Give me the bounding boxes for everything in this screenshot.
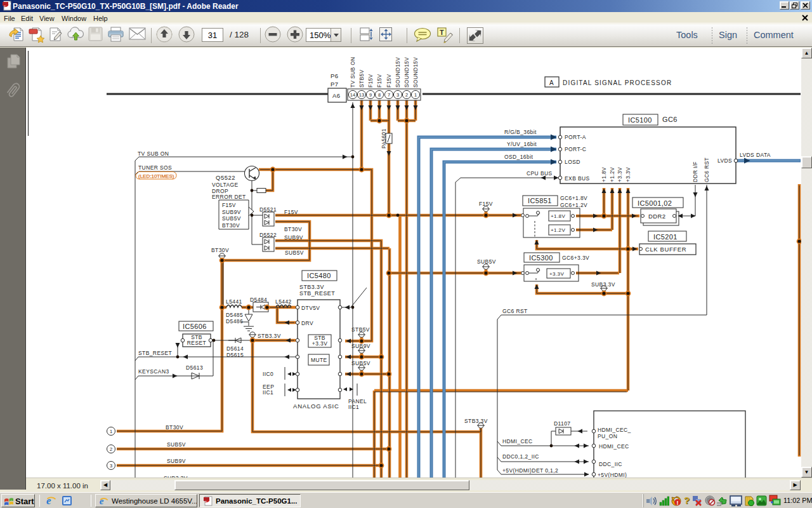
svg-text:IC5201: IC5201: [653, 233, 678, 241]
svg-text:SOUND15V: SOUND15V: [403, 57, 410, 88]
svg-text:+1.8V: +1.8V: [551, 213, 565, 219]
svg-text:HDMI_CEC: HDMI_CEC: [502, 438, 533, 444]
svg-text:DTV5V: DTV5V: [301, 305, 320, 311]
svg-text:9: 9: [369, 92, 372, 98]
svg-text:P6: P6: [331, 72, 338, 79]
svg-text:DDR2: DDR2: [648, 213, 665, 220]
svg-text:PA5601: PA5601: [381, 129, 387, 149]
svg-text:SUB9V: SUB9V: [284, 234, 303, 241]
svg-text:1: 1: [110, 429, 112, 434]
svg-text:T: T: [440, 29, 444, 36]
svg-text:+3.3V: +3.3V: [549, 271, 564, 277]
svg-text:D5484: D5484: [250, 297, 267, 303]
svg-text:GC6: GC6: [662, 116, 678, 123]
svg-text:BT30V: BT30V: [211, 247, 229, 253]
svg-text:Y/UV_16bit: Y/UV_16bit: [507, 141, 537, 147]
svg-text:2: 2: [110, 446, 112, 452]
svg-text:HDMI_CEC: HDMI_CEC: [599, 443, 629, 450]
svg-text:F15V: F15V: [222, 202, 236, 208]
svg-text:GC6 RST: GC6 RST: [502, 308, 528, 314]
svg-text:D1107: D1107: [554, 420, 570, 427]
svg-text:SUB5V: SUB5V: [222, 215, 241, 222]
svg-text:DDC_IIC: DDC_IIC: [599, 461, 622, 467]
svg-text:ANALOG ASIC: ANALOG ASIC: [293, 403, 339, 410]
svg-text:STB3.3V: STB3.3V: [299, 284, 324, 290]
svg-text:SUB9V: SUB9V: [167, 458, 186, 464]
svg-text:KEYSCAN3: KEYSCAN3: [138, 368, 169, 375]
svg-text:+5V(HDMI)DET 0,1,2: +5V(HDMI)DET 0,1,2: [502, 467, 558, 474]
svg-text:IC5100: IC5100: [628, 116, 652, 124]
svg-text:SUB5V: SUB5V: [167, 441, 186, 448]
svg-text:1: 1: [414, 92, 417, 98]
svg-text:STB_RESET: STB_RESET: [138, 350, 172, 356]
svg-text:GC6+1.2V: GC6+1.2V: [560, 202, 587, 208]
svg-text:DRV: DRV: [301, 320, 313, 326]
svg-text:!: !: [676, 500, 678, 506]
svg-text:3: 3: [110, 463, 112, 469]
svg-text:TV SUB ON: TV SUB ON: [350, 57, 356, 88]
svg-text:GC6+3.3V: GC6+3.3V: [562, 255, 589, 261]
svg-text:IIC0: IIC0: [263, 371, 273, 377]
svg-text:A: A: [549, 79, 554, 86]
svg-text:3: 3: [396, 92, 399, 98]
svg-text:LOSD: LOSD: [565, 159, 580, 165]
svg-text:DDC0,1,2_IIC: DDC0,1,2_IIC: [502, 453, 539, 460]
svg-text:ERROR DET: ERROR DET: [212, 194, 246, 200]
svg-text:+3.3V: +3.3V: [617, 167, 623, 182]
svg-text:DDR I/F: DDR I/F: [692, 161, 698, 182]
svg-text:VOLTAGE: VOLTAGE: [212, 182, 239, 188]
svg-text:IC5001,02: IC5001,02: [638, 199, 672, 207]
svg-text:IIC1: IIC1: [348, 404, 359, 410]
svg-text:A6: A6: [332, 92, 340, 99]
svg-text:D5615: D5615: [226, 352, 244, 358]
svg-text:PORT-A: PORT-A: [565, 134, 586, 140]
svg-text:BT30V: BT30V: [284, 226, 302, 232]
svg-text:Q5522: Q5522: [216, 174, 235, 181]
svg-text:D5522: D5522: [259, 232, 277, 238]
svg-text:GC6+1.8V: GC6+1.8V: [560, 195, 587, 201]
svg-text:F15V: F15V: [367, 74, 374, 88]
svg-text:HDMI_CEC_: HDMI_CEC_: [598, 427, 631, 433]
svg-text:OSD_16bit: OSD_16bit: [504, 154, 533, 160]
svg-text:2: 2: [405, 92, 408, 98]
svg-text:TV SUB ON: TV SUB ON: [138, 150, 169, 157]
svg-text:8: 8: [378, 92, 381, 98]
svg-text:STB_RESET: STB_RESET: [299, 290, 335, 297]
svg-text:7: 7: [388, 92, 390, 98]
svg-text:D5613: D5613: [186, 364, 203, 371]
svg-text:GC6 RST: GC6 RST: [704, 157, 710, 182]
svg-text:IC5480: IC5480: [307, 272, 331, 279]
svg-text:D5485: D5485: [226, 312, 243, 318]
svg-text:LVDS: LVDS: [717, 157, 732, 164]
svg-text:IIC1: IIC1: [263, 389, 273, 396]
svg-text:L5441: L5441: [226, 298, 242, 305]
svg-text:+3.3V: +3.3V: [625, 167, 631, 182]
svg-text:(LED:10TIMES): (LED:10TIMES): [138, 173, 174, 179]
svg-text:SUB5V: SUB5V: [477, 258, 496, 265]
svg-text:F15V: F15V: [376, 74, 383, 88]
svg-text:STB3.3V: STB3.3V: [464, 418, 488, 424]
svg-text:SOUND15V: SOUND15V: [395, 57, 401, 88]
svg-text:14: 14: [350, 92, 355, 98]
svg-text:IC5300: IC5300: [529, 254, 553, 262]
svg-text:IC5851: IC5851: [528, 197, 552, 204]
svg-text:STB5V: STB5V: [351, 326, 370, 333]
svg-text:e: e: [46, 495, 51, 507]
svg-text:PORT-C: PORT-C: [565, 146, 586, 152]
svg-text:MUTE: MUTE: [311, 357, 327, 363]
svg-text:SUB9V: SUB9V: [222, 209, 241, 215]
svg-text:CPU BUS: CPU BUS: [527, 170, 553, 177]
svg-text:DIGITAL SIGNAL PROCESSOR: DIGITAL SIGNAL PROCESSOR: [563, 79, 672, 86]
svg-text:+1.8V: +1.8V: [601, 167, 607, 182]
svg-text:TUNER SOS: TUNER SOS: [138, 164, 172, 171]
svg-text:EXB BUS: EXB BUS: [565, 175, 590, 182]
svg-text:LVDS DATA: LVDS DATA: [740, 152, 771, 158]
svg-text:e: e: [100, 496, 104, 506]
svg-text:D5521: D5521: [259, 206, 277, 213]
svg-text:RESET: RESET: [187, 340, 206, 346]
svg-text:F15V: F15V: [479, 201, 493, 207]
svg-text:STB3.3V: STB3.3V: [258, 333, 281, 339]
svg-text:13: 13: [359, 92, 364, 98]
svg-text:L5442: L5442: [275, 298, 292, 305]
svg-text:SOUND15V: SOUND15V: [412, 57, 419, 88]
